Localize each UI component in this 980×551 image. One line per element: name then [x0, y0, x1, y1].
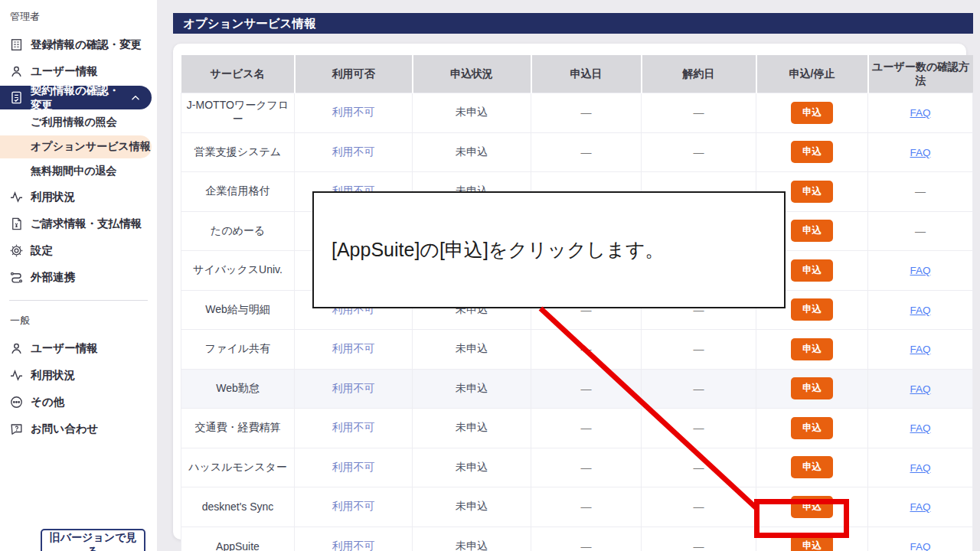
apply-button[interactable]: 申込 — [791, 141, 833, 163]
service-name-cell: desknet's Sync — [181, 487, 295, 527]
availability-cell: 利用不可 — [295, 448, 413, 487]
apply-button[interactable]: 申込 — [791, 456, 833, 478]
application-status-cell: 未申込 — [413, 369, 531, 409]
confirmation-cell: FAQ — [868, 132, 973, 172]
contract-icon — [9, 90, 24, 105]
faq-link[interactable]: FAQ — [910, 501, 930, 513]
sidebar-item-user-info-general[interactable]: ユーザー情報 — [0, 336, 157, 361]
confirmation-cell: — — [868, 172, 973, 212]
application-date-cell: — — [531, 369, 642, 409]
action-cell: 申込 — [756, 330, 868, 370]
sidebar-subitem-option-service-info[interactable]: オプションサービス情報 — [0, 135, 152, 158]
apply-button[interactable]: 申込 — [791, 102, 833, 124]
instruction-callout-text: [AppSuite]の[申込]をクリックします。 — [332, 237, 665, 262]
integration-icon — [9, 270, 24, 285]
cancellation-date-cell: — — [642, 527, 756, 551]
apply-button[interactable]: 申込 — [791, 181, 833, 203]
table-header-row: サービス名利用可否申込状況申込日解約日申込/停止ユーザー数の確認方法 — [181, 55, 973, 93]
action-cell: 申込 — [756, 132, 868, 172]
sidebar-subitem-label: ご利用情報の照会 — [31, 116, 117, 129]
application-status-cell: 未申込 — [413, 93, 531, 133]
sidebar-item-contract-info[interactable]: 契約情報の確認・変更 — [0, 86, 152, 109]
column-header: 解約日 — [642, 55, 756, 93]
confirmation-cell: FAQ — [868, 290, 973, 330]
faq-link[interactable]: FAQ — [910, 147, 930, 158]
faq-link[interactable]: FAQ — [910, 383, 930, 395]
faq-link[interactable]: FAQ — [910, 422, 930, 434]
action-cell: 申込 — [756, 448, 868, 487]
application-status-cell: 未申込 — [413, 448, 531, 487]
instruction-callout: [AppSuite]の[申込]をクリックします。 — [312, 191, 786, 308]
faq-link[interactable]: FAQ — [910, 107, 930, 119]
service-name-cell: 企業信用格付 — [181, 172, 295, 212]
availability-cell: 利用不可 — [295, 369, 413, 409]
service-name-cell: サイバックスUniv. — [181, 251, 295, 291]
apply-button[interactable]: 申込 — [791, 417, 833, 439]
sidebar-item-external-integration[interactable]: 外部連携 — [0, 265, 157, 290]
pulse-icon — [9, 190, 24, 204]
availability-cell: 利用不可 — [295, 409, 413, 448]
table-row: J-MOTTOワークフロー利用不可未申込——申込FAQ — [181, 93, 973, 133]
chevron-up-icon — [130, 93, 141, 103]
sidebar-item-others[interactable]: その他 — [0, 390, 157, 415]
service-name-cell: Web給与明細 — [181, 290, 295, 330]
apply-button[interactable]: 申込 — [791, 298, 833, 321]
column-header: 利用可否 — [295, 55, 413, 93]
apply-button[interactable]: 申込 — [791, 496, 833, 518]
admin-section-label: 管理者 — [0, 0, 157, 31]
old-version-button[interactable]: 旧バージョンで見る — [41, 529, 145, 551]
apply-button[interactable]: 申込 — [791, 220, 833, 242]
table-row: Web勤怠利用不可未申込——申込FAQ — [181, 369, 973, 409]
apply-button-appsuite[interactable]: 申込 — [791, 535, 833, 551]
service-name-cell: J-MOTTOワークフロー — [181, 93, 295, 133]
faq-link[interactable]: FAQ — [910, 344, 930, 355]
column-header: ユーザー数の確認方法 — [868, 55, 973, 93]
sidebar-item-usage-status[interactable]: 利用状況 — [0, 184, 157, 210]
sidebar-item-label: 外部連携 — [31, 270, 75, 285]
confirmation-cell: FAQ — [868, 251, 973, 291]
sidebar-subitem-free-period-cancel[interactable]: 無料期間中の退会 — [0, 160, 157, 183]
service-name-cell: ハッスルモンスター — [181, 448, 295, 487]
building-icon — [9, 37, 24, 52]
sidebar-item-label: ご請求情報・支払情報 — [31, 217, 142, 231]
column-header: 申込/停止 — [756, 55, 868, 93]
application-date-cell: — — [531, 409, 642, 448]
sidebar-item-billing-info[interactable]: ご請求情報・支払情報 — [0, 211, 157, 236]
invoice-icon — [9, 217, 24, 231]
apply-button[interactable]: 申込 — [791, 338, 833, 360]
apply-button[interactable]: 申込 — [791, 377, 833, 399]
faq-link[interactable]: FAQ — [910, 305, 930, 316]
action-cell: 申込 — [756, 409, 868, 448]
service-name-cell: Web勤怠 — [181, 369, 295, 409]
sidebar-item-register-info[interactable]: 登録情報の確認・変更 — [0, 32, 157, 57]
service-name-cell: 営業支援システム — [181, 132, 295, 172]
apply-button[interactable]: 申込 — [791, 259, 833, 282]
sidebar-item-label: 設定 — [31, 243, 53, 258]
cancellation-date-cell: — — [642, 93, 756, 133]
table-body: J-MOTTOワークフロー利用不可未申込——申込FAQ営業支援システム利用不可未… — [181, 93, 973, 551]
service-name-cell: AppSuite — [181, 527, 295, 551]
sidebar-subitem-label: オプションサービス情報 — [31, 140, 151, 154]
cancellation-date-cell: — — [642, 330, 756, 370]
table-row: desknet's Sync利用不可未申込——申込FAQ — [181, 487, 973, 527]
availability-cell: 利用不可 — [295, 330, 413, 370]
application-date-cell: — — [531, 132, 642, 172]
cancellation-date-cell: — — [642, 487, 756, 527]
sidebar-item-label: 契約情報の確認・変更 — [31, 83, 123, 112]
table-row: 営業支援システム利用不可未申込——申込FAQ — [181, 132, 973, 172]
action-cell: 申込 — [756, 527, 868, 551]
sidebar-item-usage-status-general[interactable]: 利用状況 — [0, 363, 157, 388]
cancellation-date-cell: — — [642, 369, 756, 409]
faq-link[interactable]: FAQ — [910, 462, 930, 474]
sidebar: 管理者 登録情報の確認・変更ユーザー情報契約情報の確認・変更ご利用情報の照会オプ… — [0, 0, 157, 551]
faq-link[interactable]: FAQ — [910, 541, 930, 551]
sidebar-item-settings[interactable]: 設定 — [0, 238, 157, 263]
application-status-cell: 未申込 — [413, 409, 531, 448]
sidebar-item-user-info[interactable]: ユーザー情報 — [0, 59, 157, 84]
cancellation-date-cell: — — [642, 448, 756, 487]
admin-nav: 登録情報の確認・変更ユーザー情報契約情報の確認・変更ご利用情報の照会オプションサ… — [0, 32, 157, 290]
sidebar-subitem-usage-inquiry[interactable]: ご利用情報の照会 — [0, 111, 157, 134]
application-status-cell: 未申込 — [413, 132, 531, 172]
sidebar-item-contact[interactable]: お問い合わせ — [0, 416, 157, 442]
faq-link[interactable]: FAQ — [910, 265, 930, 276]
